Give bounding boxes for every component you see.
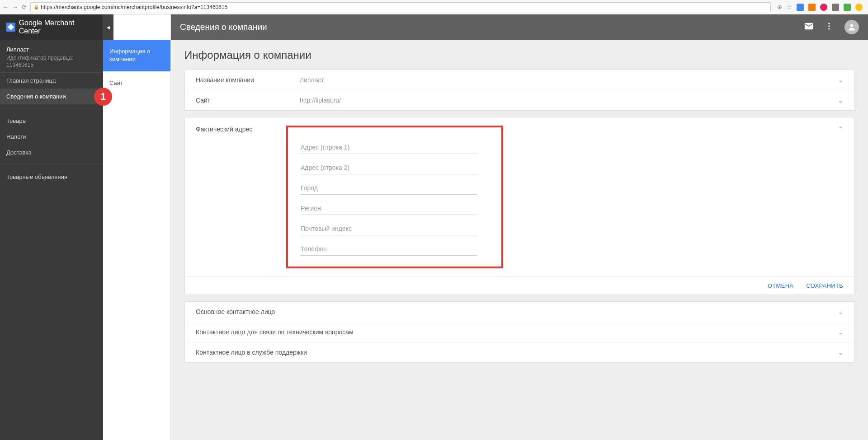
chevron-down-icon: ⌄ xyxy=(838,77,843,84)
back-button[interactable]: ← xyxy=(3,4,9,10)
more-icon[interactable] xyxy=(825,22,834,33)
svg-point-0 xyxy=(828,23,830,24)
ext-icon-1[interactable] xyxy=(797,4,804,11)
postal-input[interactable] xyxy=(301,222,477,235)
svg-point-1 xyxy=(828,25,830,27)
ext-icon-3[interactable] xyxy=(820,4,827,11)
sidebar-header: Google Merchant Center xyxy=(0,14,103,40)
main-area: Сведения о компании Информация о компани… xyxy=(171,14,868,440)
ext-icon-5[interactable] xyxy=(844,4,851,11)
zoom-icon[interactable]: ⊕ xyxy=(777,4,782,10)
svg-point-3 xyxy=(850,24,854,27)
address-line2-input[interactable] xyxy=(301,161,477,174)
region-input[interactable] xyxy=(301,202,477,215)
ext-icon-2[interactable] xyxy=(808,4,816,11)
company-name-label: Название компании xyxy=(196,76,300,84)
url-text: https://merchants.google.com/mc/merchant… xyxy=(41,4,227,10)
chevron-down-icon: ⌄ xyxy=(838,329,843,336)
city-input[interactable] xyxy=(301,182,477,195)
merchant-center-icon xyxy=(6,23,15,32)
svg-point-2 xyxy=(828,28,830,29)
avatar[interactable] xyxy=(844,20,859,34)
chevron-up-icon[interactable]: ⌃ xyxy=(838,126,843,268)
sidebar: Google Merchant Center Липласт Идентифик… xyxy=(0,14,103,440)
company-name-value: Липласт xyxy=(300,76,838,84)
mail-icon[interactable] xyxy=(804,21,814,33)
row-primary-contact[interactable]: Основное контактное лицо ⌄ xyxy=(185,302,854,322)
page-title: Информация о компании xyxy=(184,49,854,61)
forward-button[interactable]: → xyxy=(12,4,18,10)
sub-item-company-info[interactable]: Информация о компании xyxy=(103,40,170,71)
site-label: Сайт xyxy=(196,97,300,104)
contacts-card: Основное контактное лицо ⌄ Контактное ли… xyxy=(184,301,854,363)
browser-chrome: ← → ⟳ 🔒 https://merchants.google.com/mc/… xyxy=(0,0,868,14)
sub-item-site[interactable]: Сайт xyxy=(103,71,170,95)
account-id: Идентификатор продавца: 113460615 xyxy=(6,55,97,69)
ext-icon-4[interactable] xyxy=(832,4,839,11)
annotation-badge-1: 1 xyxy=(94,88,112,106)
address-bar[interactable]: 🔒 https://merchants.google.com/mc/mercha… xyxy=(30,2,771,12)
chevron-down-icon: ⌄ xyxy=(838,309,843,315)
row-support-contact[interactable]: Контактное лицо в службе поддержки ⌄ xyxy=(185,342,854,362)
address-card: Фактический адрес ⌃ xyxy=(184,117,854,295)
address-label: Фактический адрес xyxy=(196,126,300,268)
chevron-down-icon: ⌄ xyxy=(838,349,843,356)
star-icon[interactable]: ☆ xyxy=(787,4,792,10)
account-name: Липласт xyxy=(6,46,97,53)
sidebar-item-business-info[interactable]: Сведения о компании 1 xyxy=(0,89,103,104)
primary-contact-label: Основное контактное лицо xyxy=(196,308,275,315)
main-header: Сведения о компании xyxy=(171,14,868,40)
cancel-button[interactable]: ОТМЕНА xyxy=(768,282,793,289)
site-value: http://liplast.ru/ xyxy=(300,97,838,104)
chevron-left-icon: ◂ xyxy=(107,23,110,31)
collapse-button[interactable]: ◂ xyxy=(103,14,113,40)
ext-icon-6[interactable] xyxy=(855,4,863,11)
row-tech-contact[interactable]: Контактное лицо для связи по техническим… xyxy=(185,322,854,342)
phone-input[interactable] xyxy=(301,243,477,256)
lock-icon: 🔒 xyxy=(33,5,39,9)
chevron-down-icon: ⌄ xyxy=(838,97,843,104)
address-line1-input[interactable] xyxy=(301,141,477,154)
extension-icons: ⊕ ☆ xyxy=(774,4,865,11)
highlight-box xyxy=(286,126,503,268)
account-info: Липласт Идентификатор продавца: 11346061… xyxy=(0,40,103,73)
row-site[interactable]: Сайт http://liplast.ru/ ⌄ xyxy=(185,90,854,110)
row-company-name[interactable]: Название компании Липласт ⌄ xyxy=(185,70,854,90)
header-title: Сведения о компании xyxy=(180,22,267,32)
sub-sidebar: ◂ Информация о компании Сайт xyxy=(103,14,171,440)
sidebar-item-products[interactable]: Товары xyxy=(0,113,103,129)
save-button[interactable]: СОХРАНИТЬ xyxy=(806,282,843,289)
sidebar-item-home[interactable]: Главная страница xyxy=(0,73,103,89)
sidebar-item-shipping[interactable]: Доставка xyxy=(0,145,103,160)
sidebar-item-ads[interactable]: Товарные объявления xyxy=(0,169,103,185)
sidebar-item-taxes[interactable]: Налоги xyxy=(0,129,103,145)
reload-button[interactable]: ⟳ xyxy=(22,4,27,10)
logo-text: Google Merchant Center xyxy=(19,19,97,35)
tech-contact-label: Контактное лицо для связи по техническим… xyxy=(196,328,354,336)
support-contact-label: Контактное лицо в службе поддержки xyxy=(196,349,307,356)
company-card: Название компании Липласт ⌄ Сайт http://… xyxy=(184,70,854,111)
